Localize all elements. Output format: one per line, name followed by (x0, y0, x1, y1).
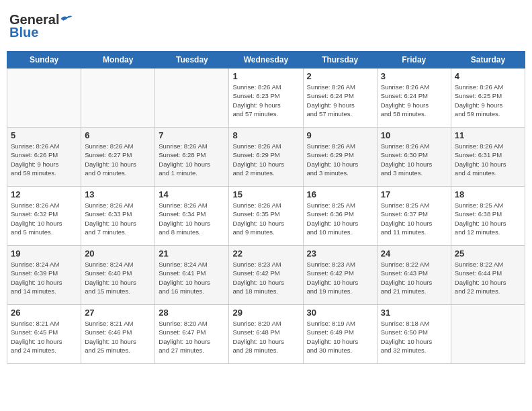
day-number: 18 (455, 189, 521, 199)
day-info: Sunrise: 8:20 AM Sunset: 6:47 PM Dayligh… (159, 319, 225, 355)
day-info: Sunrise: 8:26 AM Sunset: 6:27 PM Dayligh… (85, 142, 151, 177)
calendar-cell: 10Sunrise: 8:26 AM Sunset: 6:30 PM Dayli… (377, 128, 451, 187)
weekday-header-sunday: Sunday (7, 52, 81, 68)
calendar-cell: 16Sunrise: 8:25 AM Sunset: 6:36 PM Dayli… (303, 187, 377, 246)
page-header: General Blue (7, 7, 525, 46)
day-info: Sunrise: 8:24 AM Sunset: 6:39 PM Dayligh… (11, 260, 77, 295)
calendar-cell (81, 68, 155, 128)
day-number: 4 (455, 71, 521, 81)
weekday-header-row: SundayMondayTuesdayWednesdayThursdayFrid… (7, 52, 525, 68)
day-info: Sunrise: 8:26 AM Sunset: 6:30 PM Dayligh… (381, 142, 447, 177)
calendar-cell: 24Sunrise: 8:22 AM Sunset: 6:43 PM Dayli… (377, 246, 451, 305)
day-info: Sunrise: 8:20 AM Sunset: 6:48 PM Dayligh… (232, 319, 299, 355)
day-info: Sunrise: 8:26 AM Sunset: 6:33 PM Dayligh… (85, 201, 151, 236)
day-number: 24 (381, 248, 447, 259)
day-info: Sunrise: 8:23 AM Sunset: 6:42 PM Dayligh… (232, 260, 299, 295)
day-info: Sunrise: 8:26 AM Sunset: 6:31 PM Dayligh… (455, 142, 521, 177)
logo-bird-icon (60, 14, 73, 24)
day-info: Sunrise: 8:25 AM Sunset: 6:37 PM Dayligh… (381, 201, 447, 236)
day-number: 11 (455, 130, 521, 140)
day-info: Sunrise: 8:21 AM Sunset: 6:45 PM Dayligh… (11, 319, 77, 355)
calendar-table: SundayMondayTuesdayWednesdayThursdayFrid… (7, 51, 525, 364)
day-number: 25 (455, 248, 521, 259)
day-info: Sunrise: 8:26 AM Sunset: 6:26 PM Dayligh… (11, 142, 77, 177)
calendar-week-row: 5Sunrise: 8:26 AM Sunset: 6:26 PM Daylig… (7, 128, 525, 187)
day-number: 28 (159, 308, 225, 318)
day-number: 1 (232, 71, 299, 81)
day-number: 3 (381, 71, 447, 81)
calendar-cell: 20Sunrise: 8:24 AM Sunset: 6:40 PM Dayli… (81, 246, 155, 305)
day-number: 30 (307, 308, 373, 318)
calendar-week-row: 12Sunrise: 8:26 AM Sunset: 6:32 PM Dayli… (7, 187, 525, 246)
day-number: 16 (307, 189, 373, 199)
weekday-header-wednesday: Wednesday (229, 52, 303, 68)
day-number: 15 (232, 189, 299, 199)
calendar-cell: 4Sunrise: 8:26 AM Sunset: 6:25 PM Daylig… (451, 68, 525, 128)
day-info: Sunrise: 8:26 AM Sunset: 6:29 PM Dayligh… (232, 142, 299, 177)
calendar-cell: 15Sunrise: 8:26 AM Sunset: 6:35 PM Dayli… (229, 187, 303, 246)
calendar-cell: 29Sunrise: 8:20 AM Sunset: 6:48 PM Dayli… (229, 305, 303, 364)
calendar-cell: 26Sunrise: 8:21 AM Sunset: 6:45 PM Dayli… (7, 305, 81, 364)
day-number: 5 (11, 130, 77, 140)
calendar-cell: 27Sunrise: 8:21 AM Sunset: 6:46 PM Dayli… (81, 305, 155, 364)
calendar-cell (7, 68, 81, 128)
day-info: Sunrise: 8:26 AM Sunset: 6:24 PM Dayligh… (307, 83, 373, 118)
calendar-cell: 23Sunrise: 8:23 AM Sunset: 6:42 PM Dayli… (303, 246, 377, 305)
calendar-cell: 18Sunrise: 8:25 AM Sunset: 6:38 PM Dayli… (451, 187, 525, 246)
calendar-cell: 3Sunrise: 8:26 AM Sunset: 6:24 PM Daylig… (377, 68, 451, 128)
day-number: 31 (381, 308, 447, 318)
day-info: Sunrise: 8:24 AM Sunset: 6:40 PM Dayligh… (85, 260, 151, 295)
day-info: Sunrise: 8:26 AM Sunset: 6:35 PM Dayligh… (232, 201, 299, 236)
calendar-cell: 17Sunrise: 8:25 AM Sunset: 6:37 PM Dayli… (377, 187, 451, 246)
day-number: 27 (85, 308, 151, 318)
day-number: 8 (232, 130, 299, 140)
calendar-cell: 28Sunrise: 8:20 AM Sunset: 6:47 PM Dayli… (155, 305, 229, 364)
calendar-cell: 1Sunrise: 8:26 AM Sunset: 6:23 PM Daylig… (229, 68, 303, 128)
calendar-cell: 13Sunrise: 8:26 AM Sunset: 6:33 PM Dayli… (81, 187, 155, 246)
day-number: 14 (159, 189, 225, 199)
day-number: 9 (307, 130, 373, 140)
day-info: Sunrise: 8:26 AM Sunset: 6:24 PM Dayligh… (381, 83, 447, 118)
calendar-cell: 30Sunrise: 8:19 AM Sunset: 6:49 PM Dayli… (303, 305, 377, 364)
day-info: Sunrise: 8:21 AM Sunset: 6:46 PM Dayligh… (85, 319, 151, 355)
calendar-cell: 31Sunrise: 8:18 AM Sunset: 6:50 PM Dayli… (377, 305, 451, 364)
day-number: 20 (85, 248, 151, 259)
calendar-cell: 11Sunrise: 8:26 AM Sunset: 6:31 PM Dayli… (451, 128, 525, 187)
day-info: Sunrise: 8:26 AM Sunset: 6:23 PM Dayligh… (232, 83, 299, 118)
calendar-cell (451, 305, 525, 364)
calendar-cell: 6Sunrise: 8:26 AM Sunset: 6:27 PM Daylig… (81, 128, 155, 187)
day-info: Sunrise: 8:24 AM Sunset: 6:41 PM Dayligh… (159, 260, 225, 295)
logo: General Blue (9, 12, 74, 40)
calendar-cell: 8Sunrise: 8:26 AM Sunset: 6:29 PM Daylig… (229, 128, 303, 187)
day-info: Sunrise: 8:26 AM Sunset: 6:25 PM Dayligh… (455, 83, 521, 118)
day-info: Sunrise: 8:25 AM Sunset: 6:36 PM Dayligh… (307, 201, 373, 236)
day-info: Sunrise: 8:22 AM Sunset: 6:44 PM Dayligh… (455, 260, 521, 295)
day-number: 7 (159, 130, 225, 140)
day-number: 21 (159, 248, 225, 259)
calendar-cell: 25Sunrise: 8:22 AM Sunset: 6:44 PM Dayli… (451, 246, 525, 305)
day-number: 6 (85, 130, 151, 140)
day-number: 10 (381, 130, 447, 140)
day-info: Sunrise: 8:23 AM Sunset: 6:42 PM Dayligh… (307, 260, 373, 295)
day-number: 22 (232, 248, 299, 259)
day-info: Sunrise: 8:18 AM Sunset: 6:50 PM Dayligh… (381, 319, 447, 355)
day-info: Sunrise: 8:19 AM Sunset: 6:49 PM Dayligh… (307, 319, 373, 355)
day-number: 26 (11, 308, 77, 318)
day-info: Sunrise: 8:26 AM Sunset: 6:28 PM Dayligh… (159, 142, 225, 177)
calendar-cell: 5Sunrise: 8:26 AM Sunset: 6:26 PM Daylig… (7, 128, 81, 187)
day-number: 2 (307, 71, 373, 81)
day-info: Sunrise: 8:26 AM Sunset: 6:34 PM Dayligh… (159, 201, 225, 236)
calendar-cell: 12Sunrise: 8:26 AM Sunset: 6:32 PM Dayli… (7, 187, 81, 246)
weekday-header-tuesday: Tuesday (155, 52, 229, 68)
calendar-cell: 14Sunrise: 8:26 AM Sunset: 6:34 PM Dayli… (155, 187, 229, 246)
weekday-header-saturday: Saturday (451, 52, 525, 68)
weekday-header-monday: Monday (81, 52, 155, 68)
day-number: 23 (307, 248, 373, 259)
day-info: Sunrise: 8:22 AM Sunset: 6:43 PM Dayligh… (381, 260, 447, 295)
day-number: 12 (11, 189, 77, 199)
calendar-cell: 21Sunrise: 8:24 AM Sunset: 6:41 PM Dayli… (155, 246, 229, 305)
calendar-week-row: 26Sunrise: 8:21 AM Sunset: 6:45 PM Dayli… (7, 305, 525, 364)
day-number: 29 (232, 308, 299, 318)
calendar-week-row: 1Sunrise: 8:26 AM Sunset: 6:23 PM Daylig… (7, 68, 525, 128)
day-number: 17 (381, 189, 447, 199)
